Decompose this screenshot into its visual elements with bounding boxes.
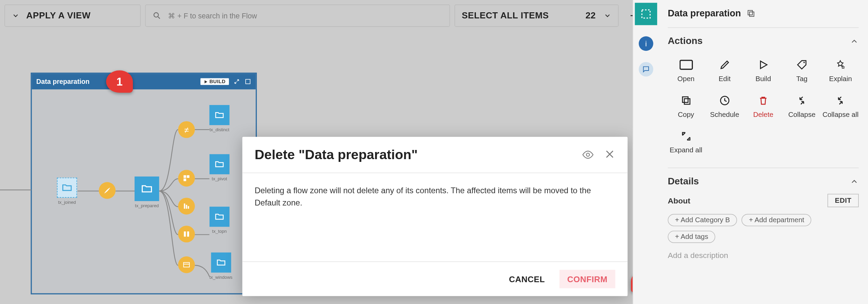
confirm-button[interactable]: CONFIRM [559,270,615,288]
svg-rect-9 [184,231,186,237]
dataset-tx-windows[interactable]: tx_windows [210,253,233,280]
tag-row: + Add Category B + Add department + Add … [668,214,859,243]
tag-add-department[interactable]: + Add department [742,214,811,226]
window-icon [178,256,195,273]
folder-icon [210,154,230,174]
edit-about-button[interactable]: EDIT [828,194,859,207]
apply-view-dropdown[interactable]: APPLY A VIEW [4,4,141,27]
svg-point-14 [586,153,589,156]
svg-rect-3 [184,175,186,178]
folder-icon [210,105,230,125]
action-collapse[interactable]: Collapse [784,89,820,122]
folder-icon [57,178,77,198]
action-edit[interactable]: Edit [707,54,743,86]
right-panel: i Data preparation Actions Open Edit Bui… [633,0,868,304]
folder-icon [210,207,230,227]
svg-line-1 [158,17,160,18]
flow-search-input[interactable]: ⌘ + F to search in the Flow [145,4,450,27]
panel-title: Data preparation [668,8,741,18]
svg-point-19 [804,62,805,63]
tag-add-tags[interactable]: + Add tags [668,231,715,243]
svg-rect-8 [188,206,189,209]
recipe-window[interactable] [178,256,195,273]
action-delete[interactable]: Delete [745,89,781,122]
incoming-edge [0,189,31,191]
actions-heading: Actions [668,36,702,47]
modal-body: Deleting a flow zone will not delete any… [242,173,627,261]
recipe-distinct[interactable]: ≠ [178,121,195,138]
play-icon [204,80,207,83]
svg-rect-20 [684,99,689,104]
svg-point-0 [154,13,158,17]
flow-zone-data-preparation[interactable]: Data preparation BUILD [31,73,257,294]
folder-icon [211,253,231,273]
chat-tab-icon[interactable] [639,62,653,77]
chevron-up-icon[interactable] [850,177,859,186]
collapse-icon[interactable] [233,78,240,85]
svg-rect-16 [749,12,754,16]
recipe-pivot[interactable] [178,170,195,186]
info-tab-icon[interactable]: i [639,36,653,51]
select-all-count: 22 [586,11,596,21]
delete-zone-modal: Delete "Data preparation" Deleting a flo… [242,137,627,296]
select-all-label: SELECT ALL ITEMS [462,11,549,21]
action-tag[interactable]: Tag [784,54,820,86]
svg-rect-17 [748,10,753,15]
recipe-topn[interactable] [178,226,195,242]
description-placeholder[interactable]: Add a description [668,251,859,260]
modal-title: Delete "Data preparation" [254,147,418,163]
zone-header[interactable]: Data preparation BUILD [32,74,255,89]
brush-icon [99,182,115,199]
apply-view-label: APPLY A VIEW [26,11,91,21]
sort-icon [178,198,195,214]
svg-rect-18 [680,60,692,69]
details-heading: Details [668,176,699,187]
action-build[interactable]: Build [745,54,781,86]
about-label: About [668,196,690,205]
actions-section: Actions Open Edit Build Tag Explain Copy… [668,27,859,167]
dataset-tx-distinct[interactable]: tx_distinct [210,105,230,132]
dataset-tx-prepared[interactable]: tx_prepared [135,177,159,208]
folder-icon [135,177,159,201]
svg-rect-15 [642,10,650,18]
chevron-up-icon[interactable] [850,37,859,46]
svg-rect-10 [187,231,189,237]
topn-icon [178,226,195,242]
recipe-prepare[interactable] [99,182,115,199]
action-explain[interactable]: Explain [822,54,859,86]
annotation-1: 1 [106,71,133,93]
distinct-icon: ≠ [178,121,195,138]
zone-build-button[interactable]: BUILD [200,78,229,85]
action-schedule[interactable]: Schedule [707,89,743,122]
dataset-tx-joined[interactable]: tx_joined [57,178,77,205]
search-placeholder: ⌘ + F to search in the Flow [168,12,257,20]
close-icon[interactable] [604,149,615,160]
expand-icon[interactable] [245,78,251,85]
tag-add-category-b[interactable]: + Add Category B [668,214,737,226]
cancel-button[interactable]: CANCEL [509,274,545,284]
chevron-down-icon [12,12,19,19]
pivot-icon [178,170,195,186]
dataset-tx-topn[interactable]: tx_topn [210,207,230,234]
right-panel-tab-strip: i [633,0,659,304]
dataset-tx-pivot[interactable]: tx_pivot [210,154,230,181]
svg-rect-5 [184,179,186,181]
action-collapse-all[interactable]: Collapse all [822,89,859,122]
select-all-dropdown[interactable]: SELECT ALL ITEMS 22 [454,4,619,27]
svg-rect-6 [184,203,185,209]
svg-rect-21 [682,97,688,102]
svg-rect-4 [187,175,189,178]
svg-rect-2 [246,79,250,84]
zone-title: Data preparation [36,78,90,86]
action-copy[interactable]: Copy [668,89,704,122]
svg-rect-7 [186,205,187,209]
eye-icon[interactable] [582,149,594,161]
action-expand-all[interactable]: Expand all [668,125,704,157]
action-open[interactable]: Open [668,54,704,86]
search-icon [152,11,161,20]
chevron-down-icon [604,12,611,19]
svg-rect-11 [184,262,189,267]
copy-icon[interactable] [747,9,756,17]
recipe-sort[interactable] [178,198,195,214]
zone-selector-icon[interactable] [635,3,657,25]
